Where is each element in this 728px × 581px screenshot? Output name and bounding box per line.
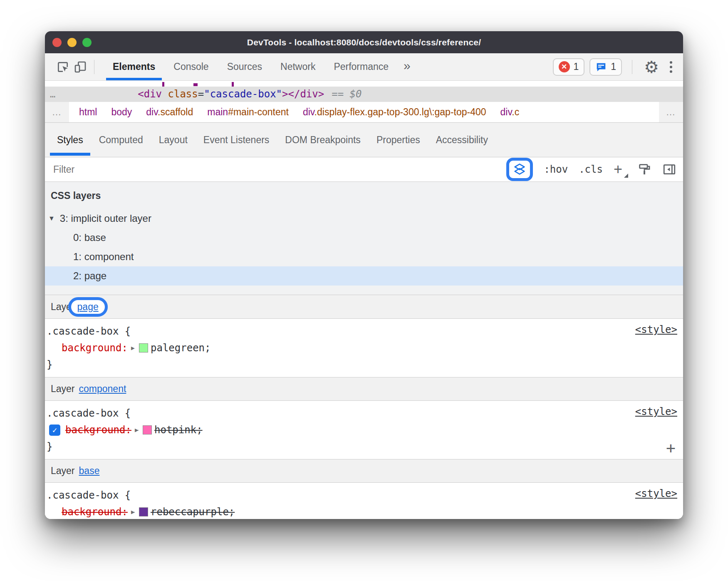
dom-overflow-ellipsis[interactable]: … bbox=[50, 89, 56, 99]
title-bar: DevTools - localhost:8080/docs/devtools/… bbox=[45, 31, 683, 53]
tab-layout[interactable]: Layout bbox=[151, 123, 196, 157]
property-value[interactable]: hotpink; bbox=[154, 424, 203, 436]
layer-label: Layer bbox=[51, 465, 75, 477]
declaration-background-hotpink[interactable]: ✓ background: ▶ hotpink; bbox=[47, 422, 683, 438]
layer-link-component[interactable]: component bbox=[79, 383, 126, 395]
rule-section-base: .cascade-box { <style> background: ▶ reb… bbox=[45, 483, 683, 519]
property-name[interactable]: background: bbox=[62, 342, 128, 354]
tab-computed[interactable]: Computed bbox=[91, 123, 151, 157]
chevron-down-icon[interactable]: ▼ bbox=[48, 215, 55, 222]
rule-section-page: .cascade-box { <style> background: ▶ pal… bbox=[45, 319, 683, 377]
layer-tree-item-component[interactable]: 1: component bbox=[45, 247, 683, 266]
rule-selector[interactable]: .cascade-box { bbox=[47, 323, 683, 340]
dom-close-tag: ></div> bbox=[282, 88, 324, 100]
zoom-window-button[interactable] bbox=[82, 38, 92, 47]
crumb-html[interactable]: html bbox=[79, 107, 97, 118]
breadcrumb-left-overflow[interactable]: … bbox=[45, 102, 69, 122]
callout-ring-page-link: page bbox=[68, 297, 108, 317]
layer-tree-item-base[interactable]: 0: base bbox=[45, 228, 683, 247]
layer-tree-item-page[interactable]: 2: page bbox=[45, 266, 683, 286]
crumb-div-display-flex[interactable]: div.display-flex.gap-top-300.lg\:gap-top… bbox=[303, 107, 486, 118]
close-window-button[interactable] bbox=[52, 38, 62, 47]
error-badge[interactable]: ✕ 1 bbox=[553, 58, 585, 76]
property-value[interactable]: palegreen; bbox=[151, 342, 211, 354]
paint-roller-icon[interactable] bbox=[637, 162, 651, 176]
layer-link-base[interactable]: base bbox=[79, 465, 100, 477]
crumb-body[interactable]: body bbox=[111, 107, 132, 118]
dom-selected-hint: == $0 bbox=[332, 88, 362, 100]
layer-header-page: Layer page bbox=[45, 295, 683, 319]
breadcrumb-bar: … html body div.scaffold main#main-conte… bbox=[45, 102, 683, 122]
error-count: 1 bbox=[574, 61, 579, 72]
element-classes-toggle[interactable]: .cls bbox=[579, 164, 603, 175]
message-bubble-icon bbox=[595, 62, 607, 72]
rule-section-component: .cascade-box { <style> ✓ background: ▶ h… bbox=[45, 401, 683, 459]
tab-styles[interactable]: Styles bbox=[49, 123, 91, 157]
rule-selector[interactable]: .cascade-box { bbox=[47, 405, 683, 422]
tab-console[interactable]: Console bbox=[164, 53, 218, 80]
css-layers-toggle-icon[interactable] bbox=[509, 161, 530, 178]
css-layers-title: CSS layers bbox=[45, 190, 683, 201]
issues-count: 1 bbox=[611, 61, 616, 72]
property-name[interactable]: background: bbox=[65, 424, 131, 436]
devtools-window: DevTools - localhost:8080/docs/devtools/… bbox=[45, 31, 683, 519]
rule-close-brace: } bbox=[47, 438, 683, 455]
layer-tree-root[interactable]: ▼ 3: implicit outer layer bbox=[45, 209, 683, 228]
tab-sources[interactable]: Sources bbox=[218, 53, 271, 80]
declaration-background-palegreen[interactable]: background: ▶ palegreen; bbox=[47, 340, 683, 356]
clipped-dom-row bbox=[45, 81, 683, 87]
window-title: DevTools - localhost:8080/docs/devtools/… bbox=[247, 37, 481, 47]
dom-node-markup: <div class="cascade-box"></div> bbox=[138, 88, 324, 100]
color-swatch-rebeccapurple[interactable] bbox=[139, 507, 148, 516]
customize-menu-icon[interactable] bbox=[666, 59, 676, 75]
tab-network[interactable]: Network bbox=[271, 53, 324, 80]
expand-value-icon[interactable]: ▶ bbox=[131, 344, 135, 352]
style-source-link[interactable]: <style> bbox=[635, 324, 677, 335]
rule-close-brace: } bbox=[47, 356, 683, 373]
layer-header-base: Layer base bbox=[45, 459, 683, 483]
toolbar-separator bbox=[94, 60, 94, 74]
pseudo-state-toggle[interactable]: :hov bbox=[544, 164, 568, 175]
declaration-enabled-checkbox[interactable]: ✓ bbox=[49, 425, 60, 436]
breadcrumb-right-overflow[interactable]: … bbox=[659, 102, 683, 122]
device-toolbar-icon[interactable] bbox=[72, 58, 89, 76]
inspect-element-icon[interactable] bbox=[54, 58, 72, 76]
expand-value-icon[interactable]: ▶ bbox=[131, 508, 135, 516]
style-source-link[interactable]: <style> bbox=[635, 488, 677, 499]
color-swatch-hotpink[interactable] bbox=[143, 425, 152, 435]
settings-gear-icon[interactable]: ⚙ bbox=[642, 59, 661, 75]
crumb-div-scaffold[interactable]: div.scaffold bbox=[146, 107, 193, 118]
tab-dom-breakpoints[interactable]: DOM Breakpoints bbox=[277, 123, 369, 157]
declaration-background-rebeccapurple[interactable]: background: ▶ rebeccapurple; bbox=[47, 504, 683, 519]
minimize-window-button[interactable] bbox=[67, 38, 77, 47]
layer-link-page[interactable]: page bbox=[77, 301, 99, 312]
expand-value-icon[interactable]: ▶ bbox=[135, 426, 139, 434]
dom-attr-name: class bbox=[168, 88, 198, 100]
tab-elements[interactable]: Elements bbox=[104, 53, 164, 80]
more-tabs-icon[interactable]: » bbox=[404, 59, 411, 73]
new-style-rule-button[interactable]: + bbox=[614, 162, 626, 177]
color-swatch-palegreen[interactable] bbox=[139, 343, 148, 353]
styles-filter-bar: :hov .cls + bbox=[45, 157, 683, 182]
rule-selector[interactable]: .cascade-box { bbox=[47, 487, 683, 504]
dom-open-tag: <div bbox=[138, 88, 168, 100]
crumb-main-content[interactable]: main#main-content bbox=[207, 107, 289, 118]
traffic-lights bbox=[52, 31, 92, 53]
tab-accessibility[interactable]: Accessibility bbox=[428, 123, 496, 157]
issues-badge[interactable]: 1 bbox=[589, 58, 622, 76]
selected-dom-node-row[interactable]: … <div class="cascade-box"></div> == $0 bbox=[45, 87, 683, 102]
property-name[interactable]: background: bbox=[62, 506, 128, 518]
crumb-div-truncated[interactable]: div.c bbox=[500, 107, 520, 118]
tab-performance[interactable]: Performance bbox=[324, 53, 398, 80]
tab-event-listeners[interactable]: Event Listeners bbox=[196, 123, 277, 157]
filter-input[interactable] bbox=[53, 164, 506, 175]
add-declaration-button[interactable]: + bbox=[666, 440, 676, 456]
layer-label: Layer bbox=[51, 383, 75, 395]
error-icon: ✕ bbox=[559, 61, 570, 72]
property-value[interactable]: rebeccapurple; bbox=[151, 506, 235, 518]
sidebar-tab-strip: Styles Computed Layout Event Listeners D… bbox=[45, 122, 683, 157]
style-source-link[interactable]: <style> bbox=[635, 406, 677, 417]
tab-properties[interactable]: Properties bbox=[369, 123, 428, 157]
computed-sidebar-toggle-icon[interactable] bbox=[662, 162, 676, 176]
dom-attr-value: "cascade-box" bbox=[204, 88, 282, 100]
